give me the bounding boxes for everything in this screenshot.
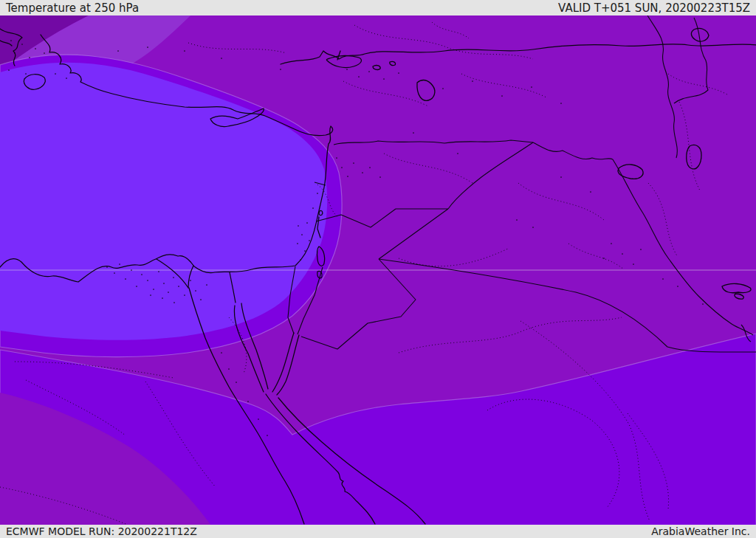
weather-map-app: Temperature at 250 hPa VALID T+051 SUN, … bbox=[0, 0, 756, 538]
status-bar: ECMWF MODEL RUN: 20200221T12Z ArabiaWeat… bbox=[0, 525, 756, 538]
map-area bbox=[0, 15, 756, 525]
valid-time-label: VALID T+051 SUN, 20200223T15Z bbox=[558, 1, 750, 15]
map-title: Temperature at 250 hPa bbox=[6, 1, 139, 15]
model-run-label: ECMWF MODEL RUN: 20200221T12Z bbox=[6, 525, 197, 537]
temperature-map-canvas bbox=[0, 15, 756, 525]
brand-label: ArabiaWeather Inc. bbox=[651, 525, 750, 537]
title-bar: Temperature at 250 hPa VALID T+051 SUN, … bbox=[0, 0, 756, 15]
